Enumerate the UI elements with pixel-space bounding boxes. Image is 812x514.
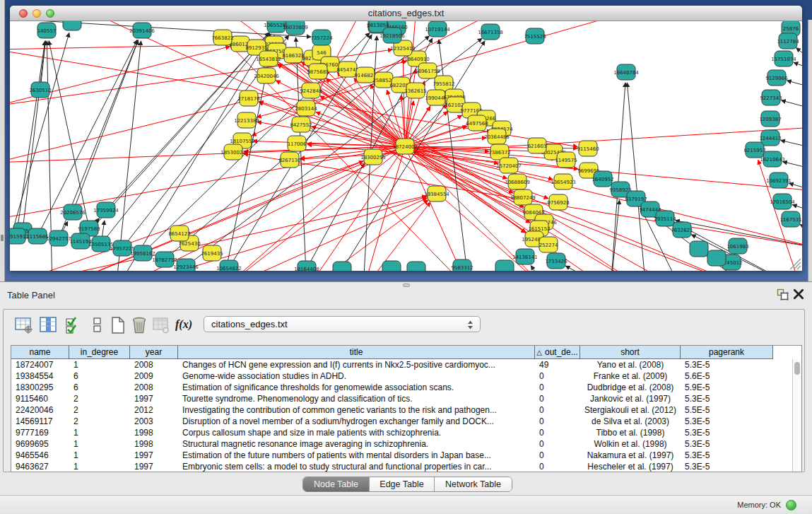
network-node-label: 8427552 [290,122,312,128]
table-row[interactable]: 2242004622012Investigating the contribut… [11,404,801,416]
network-node-label: 17359924 [93,208,119,214]
network-node[interactable] [707,250,726,266]
row-selection-icon[interactable] [64,316,83,334]
table-row[interactable]: 969969511998Structural magnetic resonanc… [11,438,801,450]
network-edge [781,100,802,110]
table-row[interactable]: 1872400712008Changes of HCN gene express… [11,359,801,370]
network-node-label: 7619435 [201,251,223,257]
network-node-label: 252274 [539,243,558,248]
table-cell: Yano et al. (2008) [580,359,681,370]
tab-node-table[interactable]: Node Table [303,477,369,491]
new-file-icon[interactable] [109,316,127,334]
float-panel-icon[interactable] [777,288,789,300]
network-node-label: 7357224 [310,35,333,41]
network-node-label: 7386372 [488,150,510,156]
column-visibility-icon[interactable] [39,316,57,334]
table-cell: Corpus callosum shape and size in male p… [178,427,535,438]
node-table[interactable]: namein_degreeyeartitle△out_de...shortpag… [11,345,802,472]
minimize-window-icon[interactable] [33,9,41,18]
table-selector-value: citations_edges.txt [211,319,288,329]
column-header[interactable]: year [130,346,178,359]
table-row[interactable]: 977716911998Corpus callosum shape and si… [11,427,801,438]
network-node-label: 546 [317,50,326,56]
table-cell: 0 [535,393,580,404]
zoom-window-icon[interactable] [46,9,54,18]
table-row[interactable]: 946362711997Embryonic stem cells: a mode… [11,461,801,472]
delete-rows-icon[interactable] [130,316,148,334]
network-node[interactable] [407,262,425,271]
close-panel-icon[interactable] [793,288,804,300]
table-cell: Hescheler et al. (1997) [580,461,681,472]
network-node-label: 10654822 [216,266,242,271]
network-node-label: 1061983 [726,244,748,250]
table-settings-icon[interactable] [15,316,33,334]
rows-icon[interactable] [88,316,107,334]
delete-table-icon[interactable] [152,316,170,334]
column-header-label: pagerank [709,347,744,357]
table-cell: Disruption of a novel member of a sodium… [178,416,535,427]
network-node-label: 12942757 [46,236,71,242]
network-edge [405,146,802,247]
splitter-handle[interactable] [403,284,410,287]
table-row[interactable]: 1830029562008Estimation of significance … [11,382,801,393]
network-node-label: 7632621 [671,228,693,233]
network-node[interactable] [63,21,81,30]
scrollbar-thumb[interactable] [794,362,800,375]
network-edge [49,41,89,228]
network-node[interactable] [333,262,351,271]
column-header[interactable]: title [178,346,535,359]
network-node-label: 18724007 [392,144,418,150]
network-node-label: 16671358 [478,30,503,35]
table-selector-dropdown[interactable]: citations_edges.txt [204,316,481,332]
table-cell: Jankovic et al. (1997) [580,393,681,404]
close-window-icon[interactable] [19,9,28,18]
column-header[interactable]: short [580,346,681,359]
left-panel-edge[interactable] [0,0,5,281]
citation-network-graph[interactable]: 1872400718300295193845542322605888601288… [10,21,802,271]
table-cell: 0 [535,438,580,450]
table-cell: 0 [535,382,580,393]
network-edge [800,224,802,233]
column-header[interactable]: △out_de... [535,346,580,359]
table-cell: 5.3E-5 [681,438,773,450]
table-row[interactable]: 1456911722003Disruption of a novel membe… [11,416,801,427]
network-window-title: citations_edges.txt [10,6,802,21]
table-cell: 0 [535,450,580,461]
network-node-label: 1167531 [779,217,801,223]
table-cell: 0 [535,427,580,438]
tab-network-table[interactable]: Network Table [434,477,512,491]
column-header-label: short [620,347,640,357]
table-row[interactable]: 1938455462009Genome-wide association stu… [11,370,801,382]
network-node-label: 19384554 [424,192,449,197]
network-window-titlebar[interactable]: citations_edges.txt [10,6,802,21]
network-edge [23,41,45,230]
column-header[interactable]: name [11,346,69,359]
network-node[interactable] [495,260,514,271]
network-view-window: citations_edges.txt 18724007183002951938… [10,6,802,271]
sort-indicator-icon: △ [536,349,542,356]
table-cell: Estimation of the future numbers of pati… [178,450,535,461]
table-cell: Structural magnetic resonance image aver… [178,438,535,450]
table-scrollbar[interactable] [792,359,801,472]
function-builder-icon[interactable]: f(x) [175,318,192,331]
table-cell: 18300295 [11,382,69,393]
tab-edge-table[interactable]: Edge Table [369,477,434,491]
network-node[interactable] [690,241,708,257]
network-canvas[interactable]: 1872400718300295193845542322605888601288… [10,21,802,271]
table-row[interactable]: 911546021997Tourette syndrome. Phenomeno… [11,393,801,404]
table-cell: 2 [69,404,130,416]
column-header[interactable]: pagerank [681,346,773,359]
table-cell: 2 [69,416,130,427]
memory-ok-indicator [786,500,796,510]
right-panel-edge[interactable] [808,20,812,281]
table-row[interactable]: 946554611997Estimation of the future num… [11,450,801,461]
network-node[interactable] [382,261,401,271]
network-node-label: 16961758 [415,69,440,74]
network-node-label: 7663822 [211,35,233,41]
table-cell: 2012 [130,404,178,416]
panel-grip-icon[interactable] [1,235,4,241]
table-cell: 0 [535,461,580,472]
network-node-label: 7625430 [178,241,200,247]
column-header[interactable]: in_degree [69,346,130,359]
table-body: 1872400712008Changes of HCN gene express… [11,359,801,472]
